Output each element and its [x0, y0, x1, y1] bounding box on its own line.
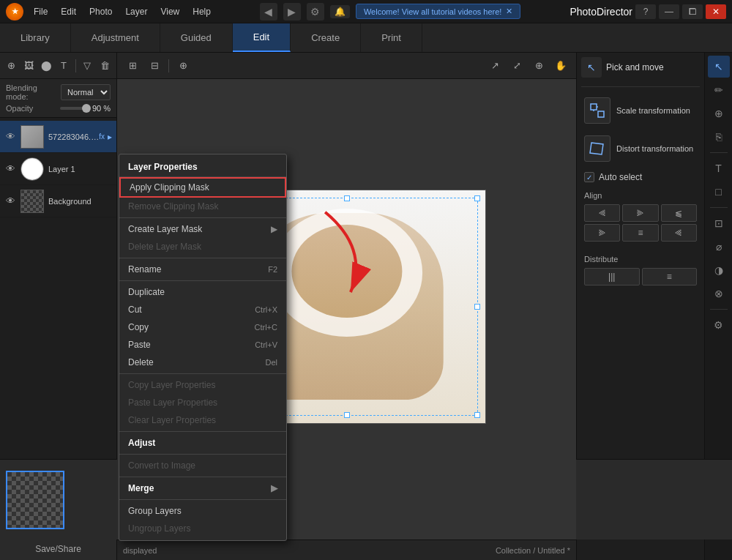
tab-bar: Library Adjustment Guided Edit Create Pr… — [0, 23, 732, 53]
align-title: Align — [584, 191, 697, 200]
delete-layer-button[interactable]: 🗑 — [97, 56, 112, 75]
minimize-button[interactable]: — — [659, 4, 679, 19]
align-bottom-button[interactable]: ⫷ — [661, 224, 697, 242]
layer-name: Layer 1 — [48, 165, 112, 173]
distribute-grid: ||| ≡ — [584, 268, 697, 285]
view-btn-1[interactable]: ⊞ — [123, 56, 142, 75]
tab-library[interactable]: Library — [0, 23, 71, 52]
ctx-item-label: Cut — [128, 305, 142, 315]
help-button[interactable]: ? — [635, 4, 656, 19]
tab-guided[interactable]: Guided — [160, 23, 233, 52]
scale-transform-item[interactable]: Scale transformation — [581, 93, 700, 128]
ctx-sep3 — [119, 280, 286, 281]
ctx-delete[interactable]: Delete Del — [119, 354, 286, 371]
title-bar-left: ★ File Edit Photo Layer View Help — [6, 3, 217, 20]
distribute-h-button[interactable]: ||| — [584, 268, 640, 285]
menu-photo[interactable]: Photo — [83, 4, 118, 20]
align-left-button[interactable]: ⫷ — [584, 204, 620, 222]
heal-tool-button[interactable]: ⊕ — [708, 102, 730, 124]
menu-layer[interactable]: Layer — [119, 4, 153, 20]
export-btn[interactable]: ↗ — [485, 56, 504, 75]
ctx-cut[interactable]: Cut Ctrl+X — [119, 301, 286, 318]
clone-tool-button[interactable]: ⎘ — [708, 126, 730, 148]
view-btn-2[interactable]: ⊟ — [145, 56, 164, 75]
photo-button[interactable]: 🖼 — [22, 56, 37, 75]
ctx-section-adjust: Adjust — [119, 434, 286, 452]
layer-thumbnail — [20, 190, 44, 213]
distribute-v-button[interactable]: ≡ — [642, 268, 698, 285]
shape-tool-button[interactable]: □ — [708, 181, 730, 203]
text-layer-button[interactable]: T — [56, 56, 71, 75]
tab-create[interactable]: Create — [291, 23, 361, 52]
layer-visibility-toggle[interactable]: 👁 — [4, 163, 16, 175]
forward-button[interactable]: ▶ — [283, 3, 301, 20]
crop-tool-button[interactable]: ⊡ — [708, 212, 730, 234]
align-middle-v-button[interactable]: ≡ — [622, 224, 658, 242]
ctx-sep4 — [119, 373, 286, 374]
close-button[interactable]: ✕ — [706, 4, 726, 19]
layer-name: 572283046.jpg — [48, 132, 99, 141]
ctx-paste[interactable]: Paste Ctrl+V — [119, 336, 286, 354]
ctx-group-layers[interactable]: Group Layers — [119, 502, 286, 520]
maximize-button[interactable]: ⧠ — [682, 4, 703, 19]
tab-edit[interactable]: Edit — [233, 23, 291, 52]
layer-visibility-toggle[interactable]: 👁 — [4, 195, 16, 207]
zoom-btn[interactable]: ⊕ — [529, 56, 548, 75]
liquify-tool-button[interactable]: ⌀ — [708, 236, 730, 258]
thumb-item[interactable] — [6, 471, 64, 529]
layer-visibility-toggle[interactable]: 👁 — [4, 131, 16, 143]
brush-tool-button[interactable]: ✏ — [708, 79, 730, 101]
blend-mode-select[interactable]: Normal Multiply Screen Overlay — [61, 84, 111, 100]
layer-options[interactable]: ▸ — [108, 132, 112, 142]
new-layer-button[interactable]: ⊕ — [4, 56, 19, 75]
cursor-tool-button[interactable]: ↖ — [708, 56, 730, 78]
ctx-item-label: Clear Layer Properties — [128, 415, 216, 425]
ctx-apply-clipping-mask[interactable]: Apply Clipping Mask — [119, 177, 286, 198]
text-tool-button[interactable]: T — [708, 157, 730, 179]
color-tool-button[interactable]: ⊗ — [708, 283, 730, 305]
hand-btn[interactable]: ✋ — [551, 56, 570, 75]
ctx-sep6 — [119, 454, 286, 455]
canvas-layout-btn[interactable]: ⊕ — [173, 56, 193, 75]
ctx-item-label: Remove Clipping Mask — [128, 201, 218, 212]
align-center-h-button[interactable]: ⫸ — [622, 204, 658, 222]
layer-item[interactable]: 👁 572283046.jpg fx ▸ — [0, 121, 116, 153]
more-tools-button[interactable]: ⚙ — [708, 314, 730, 336]
settings-button[interactable]: ⚙ — [307, 3, 324, 20]
welcome-text: Welcome! View all tutorial videos here! — [364, 7, 502, 16]
align-right-button[interactable]: ⫹ — [661, 204, 697, 222]
layer-item[interactable]: 👁 Background — [0, 185, 116, 217]
svg-rect-1 — [591, 104, 597, 110]
menu-file[interactable]: File — [28, 4, 53, 20]
menu-help[interactable]: Help — [187, 4, 217, 20]
opacity-slider[interactable] — [60, 107, 87, 110]
mask-button[interactable]: ⬤ — [39, 56, 53, 75]
align-top-button[interactable]: ⫸ — [584, 224, 620, 242]
compare-btn[interactable]: ⤢ — [507, 56, 526, 75]
opacity-thumb[interactable] — [82, 104, 91, 113]
ctx-copy[interactable]: Copy Ctrl+C — [119, 318, 286, 336]
ctx-create-layer-mask[interactable]: Create Layer Mask ▶ — [119, 220, 286, 238]
welcome-banner[interactable]: Welcome! View all tutorial videos here! … — [356, 4, 521, 19]
thumb-checkerboard — [7, 472, 63, 528]
gradient-tool-button[interactable]: ◑ — [708, 259, 730, 281]
welcome-close[interactable]: ✕ — [506, 7, 512, 16]
menu-edit[interactable]: Edit — [55, 4, 82, 20]
fr-sep3 — [710, 309, 728, 310]
pick-move-label: Pick and move — [606, 62, 664, 72]
layer-item[interactable]: 👁 Layer 1 — [0, 153, 116, 185]
thumbnail-strip — [0, 459, 116, 537]
save-share-button[interactable]: Save/Share — [0, 537, 116, 560]
back-button[interactable]: ◀ — [260, 3, 277, 20]
auto-select-checkbox[interactable]: ✓ — [584, 172, 594, 182]
distort-transform-item[interactable]: Distort transformation — [581, 131, 700, 166]
ctx-rename[interactable]: Rename F2 — [119, 261, 286, 278]
layer-fx-badge[interactable]: fx — [99, 132, 105, 141]
ctx-item-label: Apply Clipping Mask — [130, 182, 209, 193]
context-menu-header: Layer Properties — [119, 157, 286, 177]
tab-print[interactable]: Print — [361, 23, 422, 52]
tab-adjustment[interactable]: Adjustment — [71, 23, 160, 52]
menu-view[interactable]: View — [154, 4, 185, 20]
filter-button[interactable]: ▽ — [81, 56, 95, 75]
ctx-duplicate[interactable]: Duplicate — [119, 283, 286, 301]
